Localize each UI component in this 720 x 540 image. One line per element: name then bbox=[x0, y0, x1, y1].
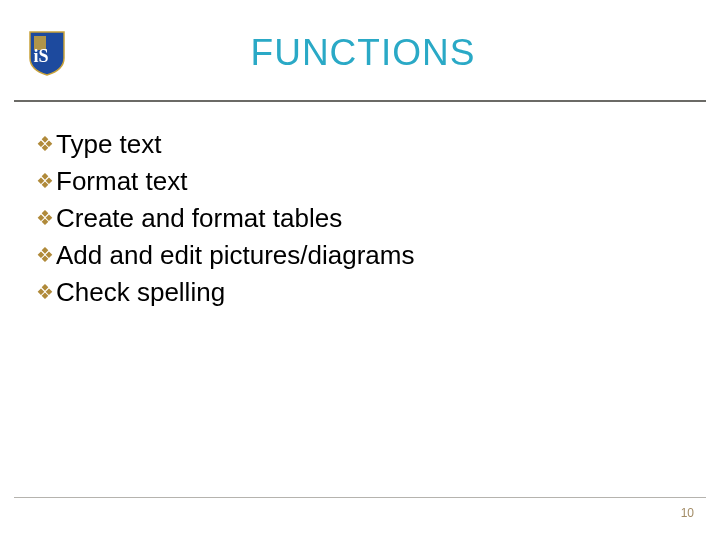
footer-divider bbox=[14, 497, 706, 498]
list-item-text: Check spelling bbox=[56, 274, 225, 311]
bullet-list: ❖ Type text ❖ Format text ❖ Create and f… bbox=[36, 126, 692, 311]
diamond-bullet-icon: ❖ bbox=[36, 208, 54, 228]
list-item: ❖ Add and edit pictures/diagrams bbox=[36, 237, 692, 274]
list-item: ❖ Create and format tables bbox=[36, 200, 692, 237]
header-divider bbox=[14, 100, 706, 102]
slide: iS FUNCTIONS ❖ Type text ❖ Format text ❖… bbox=[0, 0, 720, 540]
diamond-bullet-icon: ❖ bbox=[36, 282, 54, 302]
list-item: ❖ Format text bbox=[36, 163, 692, 200]
list-item-text: Add and edit pictures/diagrams bbox=[56, 237, 414, 274]
diamond-bullet-icon: ❖ bbox=[36, 171, 54, 191]
shield-logo-icon: iS bbox=[28, 30, 66, 76]
slide-title: FUNCTIONS bbox=[84, 32, 692, 74]
list-item-text: Type text bbox=[56, 126, 162, 163]
list-item-text: Create and format tables bbox=[56, 200, 342, 237]
svg-text:iS: iS bbox=[33, 46, 48, 66]
slide-header: iS FUNCTIONS bbox=[28, 30, 692, 88]
list-item: ❖ Type text bbox=[36, 126, 692, 163]
diamond-bullet-icon: ❖ bbox=[36, 134, 54, 154]
list-item-text: Format text bbox=[56, 163, 187, 200]
page-number: 10 bbox=[681, 506, 694, 520]
list-item: ❖ Check spelling bbox=[36, 274, 692, 311]
diamond-bullet-icon: ❖ bbox=[36, 245, 54, 265]
